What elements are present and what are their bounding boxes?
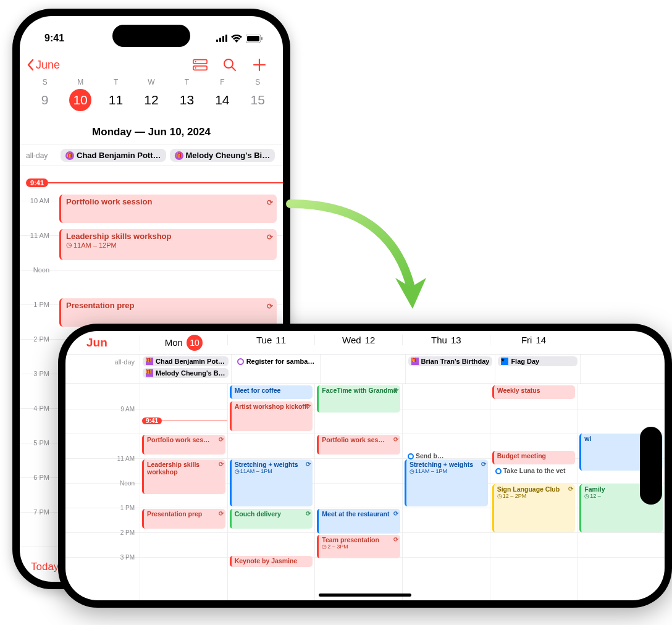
hour-label: Noon (20, 266, 54, 304)
back-button[interactable]: June (26, 59, 60, 72)
event-title: Couch delivery (235, 510, 281, 518)
search-button[interactable] (222, 58, 237, 72)
day-column[interactable]: Send b…Stretching + weights⟳◷11AM – 1PM (402, 384, 490, 600)
event-title: Stretching + weights (235, 461, 298, 468)
allday-label: all-day (26, 151, 57, 160)
weekday-label: F (204, 78, 240, 86)
event-block[interactable]: Stretching + weights⟳◷11AM – 1PM (405, 459, 488, 506)
weekday-num[interactable]: 14 (211, 89, 233, 111)
week-row: S9M10T11W12T13F14S15 (20, 75, 283, 111)
allday-event-pill[interactable]: 🎁Brian Tran's Birthday (408, 356, 493, 366)
svg-rect-5 (247, 36, 259, 41)
event-title: Portfolio work session (66, 197, 152, 206)
weekday-col[interactable]: F14 (204, 78, 240, 111)
add-button[interactable] (252, 58, 267, 72)
hour-label: 6 PM (20, 474, 54, 512)
allday-event-pill[interactable]: Register for samba… (234, 356, 318, 366)
hour-row (65, 384, 140, 409)
weekday-header[interactable]: Mon10 (140, 335, 227, 351)
weekday-header[interactable]: Fri 14 (490, 335, 578, 345)
svg-rect-6 (261, 37, 262, 40)
weekday-num[interactable]: 11 (105, 89, 127, 111)
allday-event-pill[interactable]: 🎁Chad Benjamin Pot… (143, 356, 229, 366)
svg-point-10 (195, 67, 196, 69)
battery-icon (246, 35, 263, 43)
weekday-num[interactable]: 10 (69, 89, 91, 111)
event-block[interactable]: Sign Language Club⟳◷12 – 2PM (492, 484, 576, 532)
weekday-col[interactable]: W12 (133, 78, 169, 111)
now-badge: 9:41 (142, 417, 162, 424)
recurring-icon: ⟳ (568, 485, 573, 493)
pill-label: Brian Tran's Birthday (421, 358, 490, 365)
weekday-num[interactable]: 12 (140, 89, 162, 111)
allday-col: 🎁Brian Tran's Birthday (405, 354, 495, 384)
event-block[interactable]: Portfolio work session⟳ (59, 195, 277, 223)
layout-toggle-button[interactable] (193, 58, 208, 72)
allday-event-pill[interactable]: 🎁Melody Cheung's Bi… (170, 149, 275, 162)
weekday-label: T (98, 78, 133, 86)
allday-event-pill[interactable]: ★Flag Day (498, 356, 577, 366)
weekday-col[interactable]: S9 (27, 78, 62, 111)
weekday-header[interactable]: Wed 12 (314, 335, 402, 345)
event-block[interactable]: Budget meeting (492, 451, 576, 464)
event-block[interactable]: Portfolio work ses…⟳ (317, 435, 400, 455)
weekday-col[interactable]: T11 (98, 78, 133, 111)
event-block[interactable]: Meet for coffee (230, 385, 313, 399)
day-column[interactable]: Meet for coffeeArtist workshop kickoff!⟳… (227, 384, 315, 600)
event-block[interactable]: Take Luna to the vet (492, 466, 576, 477)
today-button[interactable]: Today (31, 561, 59, 573)
event-title: Meet at the restaurant (322, 510, 389, 518)
ring-icon (495, 468, 502, 474)
day-column[interactable]: Portfolio work ses…⟳Leadership skills wo… (140, 384, 227, 600)
event-subtitle: ◷12 – 2PM (497, 493, 573, 499)
allday-col (580, 354, 665, 384)
event-title: Weekly status (497, 387, 540, 394)
event-block[interactable]: Keynote by Jasmine (230, 556, 313, 567)
recurring-icon: ⟳ (219, 436, 224, 443)
weekday-header[interactable]: Tue 11 (227, 335, 315, 345)
allday-event-pill[interactable]: 🎁Chad Benjamin Pott… (61, 149, 166, 162)
svg-rect-1 (219, 38, 221, 42)
event-title: wi (584, 435, 591, 442)
day-column[interactable]: FaceTime with Grandma⟳Portfolio work ses… (314, 384, 402, 600)
event-subtitle: ◷2 – 3PM (322, 543, 397, 550)
event-block[interactable]: Couch delivery⟳ (230, 509, 313, 529)
phone-landscape: Jun Mon10Tue 11Wed 12Thu 13Fri 14 all-da… (58, 324, 672, 608)
event-block[interactable]: Leadership skills workshop⟳ (142, 459, 225, 494)
event-block[interactable]: Team presentation⟳◷2 – 3PM (317, 535, 400, 558)
now-indicator: 9:41 (26, 178, 283, 187)
allday-label: all-day (65, 354, 140, 384)
event-block[interactable]: Presentation prep⟳ (142, 509, 225, 529)
gift-icon: 🎁 (146, 369, 153, 377)
weekday-header[interactable]: Thu 13 (402, 335, 490, 345)
week-body[interactable]: 9 AM11 AMNoon1 PM2 PM3 PM 9:41 Portfolio… (65, 384, 665, 600)
clock-icon: ◷ (410, 468, 414, 474)
day-column[interactable]: Weekly statusBudget meetingTake Luna to … (490, 384, 578, 600)
hour-row (65, 434, 140, 458)
event-block[interactable]: Weekly status (492, 385, 576, 399)
star-icon: ★ (501, 358, 508, 365)
month-label[interactable]: Jun (65, 336, 140, 350)
allday-event-pill[interactable]: 🎁Melody Cheung's B… (143, 368, 229, 378)
event-block[interactable]: Portfolio work ses…⟳ (142, 435, 225, 455)
weekday-col[interactable]: M10 (62, 78, 98, 111)
event-block[interactable]: Presentation prep⟳ (59, 298, 277, 327)
event-title: Stretching + weights (410, 461, 473, 468)
event-block[interactable]: Artist workshop kickoff!⟳ (230, 401, 313, 431)
recurring-icon: ⟳ (393, 436, 398, 443)
back-label: June (36, 59, 60, 72)
weekday-col[interactable]: T13 (169, 78, 204, 111)
event-block[interactable]: Stretching + weights⟳◷11AM – 1PM (230, 459, 313, 506)
weekday-num[interactable]: 9 (34, 89, 56, 111)
weekday-num[interactable]: 13 (175, 89, 198, 111)
hour-label: 7 PM (20, 508, 54, 547)
layout-icon (193, 59, 208, 71)
event-block[interactable]: FaceTime with Grandma⟳ (317, 385, 400, 413)
weekday-col[interactable]: S15 (240, 78, 275, 111)
pill-label: Chad Benjamin Pott… (77, 151, 161, 160)
event-block[interactable]: Meet at the restaurant⟳ (317, 509, 400, 534)
event-block[interactable]: Leadership skills workshop⟳◷11AM – 12PM (59, 229, 277, 260)
clock-icon: ◷ (497, 493, 502, 499)
weekday-num[interactable]: 15 (246, 89, 269, 111)
pill-label: Melody Cheung's B… (156, 369, 225, 377)
